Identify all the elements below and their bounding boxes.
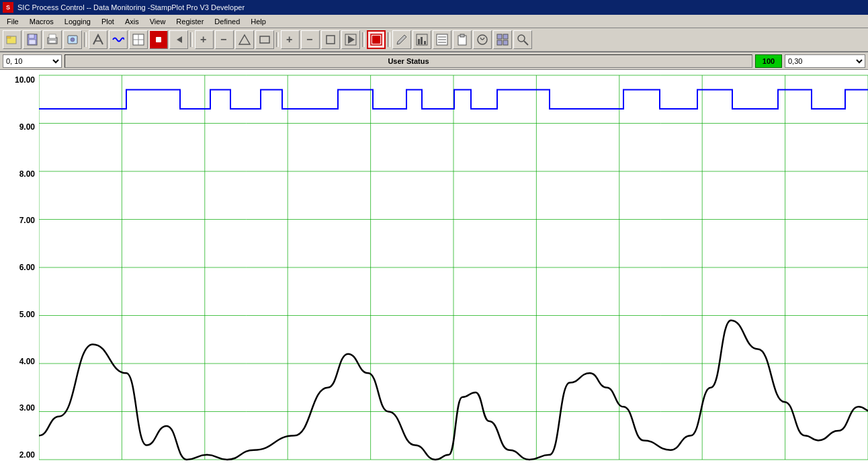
menu-file[interactable]: File — [1, 16, 24, 27]
y-label-200: 2.00 — [0, 450, 39, 460]
menu-plot[interactable]: Plot — [96, 16, 120, 27]
svg-text:+: + — [286, 34, 292, 45]
svg-rect-29 — [421, 37, 423, 44]
separator-2 — [189, 30, 193, 49]
svg-rect-41 — [503, 40, 508, 45]
title-bar: S SIC Process Control -- Data Monitoring… — [0, 0, 868, 15]
open-button[interactable] — [3, 30, 21, 49]
plus2-button[interactable]: + — [281, 30, 300, 49]
svg-rect-40 — [497, 40, 502, 45]
plus1-button[interactable]: + — [195, 30, 214, 49]
svg-rect-6 — [49, 34, 56, 38]
svg-rect-7 — [49, 40, 56, 43]
menu-bar: File Macros Logging Plot Axis View Regis… — [0, 15, 868, 28]
menu-help[interactable]: Help — [245, 16, 271, 27]
title-text: SIC Process Control -- Data Monitoring -… — [17, 3, 245, 11]
chart-button[interactable] — [413, 30, 431, 49]
svg-point-42 — [518, 35, 525, 42]
svg-marker-18 — [239, 35, 250, 44]
minus1-button[interactable]: − — [215, 30, 234, 49]
stop-button[interactable] — [149, 30, 168, 49]
clipboard-button[interactable] — [453, 30, 472, 49]
separator-4 — [361, 30, 365, 49]
y-label-700: 7.00 — [0, 216, 39, 225]
chart-wrapper: 10.00 9.00 8.00 7.00 6.00 5.00 4.00 3.00… — [0, 70, 868, 465]
range-select[interactable]: 0, 10 — [3, 55, 61, 67]
svg-text:−: − — [220, 34, 226, 45]
app-icon: S — [3, 2, 13, 13]
grid2-button[interactable] — [493, 30, 512, 49]
pen-button[interactable] — [392, 30, 411, 49]
active-record-button[interactable] — [367, 30, 386, 49]
back-button[interactable] — [169, 30, 188, 49]
plot-canvas — [39, 70, 868, 465]
save-button[interactable] — [23, 30, 42, 49]
svg-rect-38 — [497, 34, 502, 39]
toolbar: + − + − — [0, 28, 868, 52]
y-label-300: 3.00 — [0, 403, 39, 413]
tri1-button[interactable] — [235, 30, 254, 49]
y-label-500: 5.00 — [0, 310, 39, 319]
sq1-button[interactable] — [321, 30, 340, 49]
svg-rect-26 — [372, 36, 380, 44]
menu-register[interactable]: Register — [171, 16, 209, 27]
print-button[interactable] — [43, 30, 62, 49]
svg-point-9 — [71, 38, 75, 42]
right-dropdown[interactable]: 0,30 — [785, 54, 865, 68]
y-label-900: 9.00 — [0, 122, 39, 132]
svg-rect-28 — [418, 39, 420, 44]
svg-rect-39 — [503, 34, 508, 39]
separator-3 — [275, 30, 279, 49]
y-label-1000: 10.00 — [0, 75, 39, 85]
grid-button[interactable] — [129, 30, 148, 49]
user-status-label: User Status — [64, 54, 752, 68]
svg-rect-19 — [260, 36, 269, 43]
status-count: 100 — [755, 54, 782, 68]
play-button[interactable] — [341, 30, 360, 49]
svg-text:+: + — [200, 34, 206, 45]
svg-marker-24 — [348, 36, 355, 44]
svg-rect-22 — [327, 36, 335, 44]
y-axis: 10.00 9.00 8.00 7.00 6.00 5.00 4.00 3.00… — [0, 70, 39, 465]
svg-rect-4 — [29, 40, 36, 44]
zoom-button[interactable] — [513, 30, 532, 49]
tool2-button[interactable] — [473, 30, 492, 49]
svg-rect-30 — [424, 41, 426, 44]
y-label-400: 4.00 — [0, 357, 39, 366]
menu-view[interactable]: View — [144, 16, 171, 27]
svg-rect-3 — [29, 34, 34, 38]
left-dropdown[interactable]: 0, 10 — [3, 54, 62, 68]
separator-1 — [83, 30, 87, 49]
svg-marker-15 — [177, 36, 182, 43]
menu-macros[interactable]: Macros — [24, 16, 59, 27]
separator-5 — [387, 30, 391, 49]
svg-rect-36 — [460, 34, 464, 37]
list-button[interactable] — [433, 30, 451, 49]
tool1-button[interactable] — [89, 30, 107, 49]
menu-logging[interactable]: Logging — [59, 16, 96, 27]
wave-button[interactable] — [109, 30, 128, 49]
menu-defined[interactable]: Defined — [209, 16, 245, 27]
minus2-button[interactable]: − — [301, 30, 320, 49]
screenshot-button[interactable] — [63, 30, 82, 49]
status-bar: 0, 10 User Status 100 0,30 — [0, 52, 868, 70]
menu-axis[interactable]: Axis — [120, 16, 144, 27]
rect-button[interactable] — [255, 30, 274, 49]
interval-select[interactable]: 0,30 — [785, 55, 865, 67]
svg-rect-14 — [156, 37, 161, 42]
y-label-800: 8.00 — [0, 169, 39, 179]
svg-rect-1 — [7, 36, 11, 38]
svg-line-43 — [524, 41, 528, 45]
svg-text:−: − — [306, 34, 312, 45]
y-label-600: 6.00 — [0, 263, 39, 272]
